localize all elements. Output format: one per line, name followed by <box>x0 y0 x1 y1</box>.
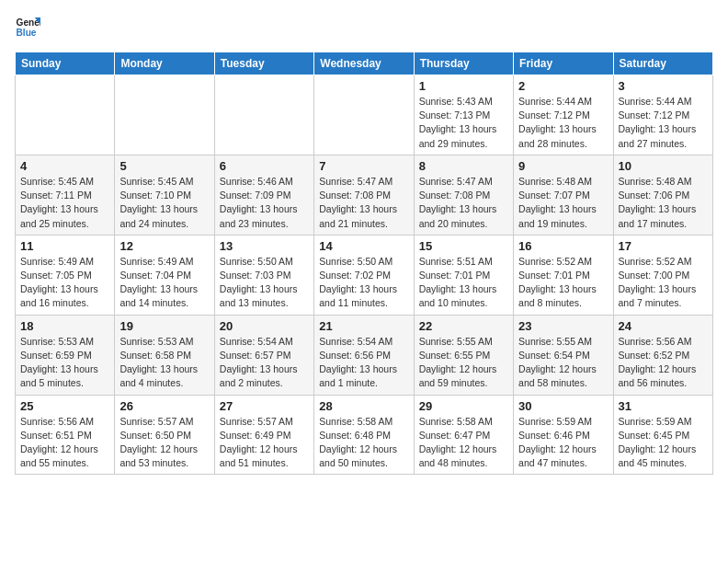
calendar-cell: 16Sunrise: 5:52 AM Sunset: 7:01 PM Dayli… <box>514 235 613 315</box>
calendar-cell: 27Sunrise: 5:57 AM Sunset: 6:49 PM Dayli… <box>214 395 313 475</box>
day-number: 10 <box>619 159 708 173</box>
day-number: 3 <box>619 79 708 93</box>
week-row-4: 18Sunrise: 5:53 AM Sunset: 6:59 PM Dayli… <box>16 315 713 395</box>
logo: General Blue <box>15 15 44 40</box>
day-info: Sunrise: 5:52 AM Sunset: 7:01 PM Dayligh… <box>518 255 608 311</box>
weekday-header-friday: Friday <box>514 52 613 75</box>
calendar-cell: 24Sunrise: 5:56 AM Sunset: 6:52 PM Dayli… <box>613 315 712 395</box>
day-info: Sunrise: 5:53 AM Sunset: 6:58 PM Dayligh… <box>119 335 209 391</box>
day-info: Sunrise: 5:57 AM Sunset: 6:50 PM Dayligh… <box>119 415 209 471</box>
day-number: 11 <box>20 239 109 253</box>
calendar-cell: 7Sunrise: 5:47 AM Sunset: 7:08 PM Daylig… <box>314 155 414 235</box>
day-number: 16 <box>518 239 608 253</box>
weekday-header-sunday: Sunday <box>16 52 115 75</box>
day-number: 6 <box>220 159 309 173</box>
calendar-cell: 15Sunrise: 5:51 AM Sunset: 7:01 PM Dayli… <box>414 235 513 315</box>
day-number: 2 <box>518 79 608 93</box>
day-info: Sunrise: 5:58 AM Sunset: 6:48 PM Dayligh… <box>319 415 408 471</box>
weekday-header-saturday: Saturday <box>613 52 712 75</box>
calendar-cell: 17Sunrise: 5:52 AM Sunset: 7:00 PM Dayli… <box>613 235 712 315</box>
day-number: 19 <box>119 319 209 333</box>
weekday-header-monday: Monday <box>115 52 214 75</box>
calendar-cell: 4Sunrise: 5:45 AM Sunset: 7:11 PM Daylig… <box>16 155 115 235</box>
day-info: Sunrise: 5:47 AM Sunset: 7:08 PM Dayligh… <box>319 175 408 231</box>
svg-text:Blue: Blue <box>17 28 37 38</box>
day-info: Sunrise: 5:59 AM Sunset: 6:46 PM Dayligh… <box>518 415 608 471</box>
calendar-cell: 20Sunrise: 5:54 AM Sunset: 6:57 PM Dayli… <box>214 315 313 395</box>
day-info: Sunrise: 5:55 AM Sunset: 6:55 PM Dayligh… <box>419 335 508 391</box>
calendar-cell: 8Sunrise: 5:47 AM Sunset: 7:08 PM Daylig… <box>414 155 513 235</box>
calendar-cell <box>115 75 214 155</box>
day-info: Sunrise: 5:48 AM Sunset: 7:06 PM Dayligh… <box>619 175 708 231</box>
calendar-cell: 2Sunrise: 5:44 AM Sunset: 7:12 PM Daylig… <box>514 75 613 155</box>
calendar-table: SundayMondayTuesdayWednesdayThursdayFrid… <box>15 52 713 475</box>
day-number: 9 <box>518 159 608 173</box>
calendar-cell: 30Sunrise: 5:59 AM Sunset: 6:46 PM Dayli… <box>514 395 613 475</box>
day-number: 21 <box>319 319 408 333</box>
day-info: Sunrise: 5:44 AM Sunset: 7:12 PM Dayligh… <box>619 95 708 151</box>
day-info: Sunrise: 5:56 AM Sunset: 6:52 PM Dayligh… <box>619 335 708 391</box>
day-number: 30 <box>518 399 608 413</box>
calendar-cell: 21Sunrise: 5:54 AM Sunset: 6:56 PM Dayli… <box>314 315 414 395</box>
day-number: 26 <box>119 399 209 413</box>
day-info: Sunrise: 5:48 AM Sunset: 7:07 PM Dayligh… <box>518 175 608 231</box>
day-info: Sunrise: 5:53 AM Sunset: 6:59 PM Dayligh… <box>20 335 109 391</box>
calendar-cell: 19Sunrise: 5:53 AM Sunset: 6:58 PM Dayli… <box>115 315 214 395</box>
calendar-cell: 23Sunrise: 5:55 AM Sunset: 6:54 PM Dayli… <box>514 315 613 395</box>
day-number: 17 <box>619 239 708 253</box>
weekday-header-tuesday: Tuesday <box>214 52 313 75</box>
calendar-cell: 1Sunrise: 5:43 AM Sunset: 7:13 PM Daylig… <box>414 75 513 155</box>
calendar-cell: 6Sunrise: 5:46 AM Sunset: 7:09 PM Daylig… <box>214 155 313 235</box>
day-number: 18 <box>20 319 109 333</box>
day-number: 22 <box>419 319 508 333</box>
day-number: 24 <box>619 319 708 333</box>
weekday-header-wednesday: Wednesday <box>314 52 414 75</box>
day-number: 29 <box>419 399 508 413</box>
calendar-cell: 5Sunrise: 5:45 AM Sunset: 7:10 PM Daylig… <box>115 155 214 235</box>
day-number: 27 <box>220 399 309 413</box>
week-row-2: 4Sunrise: 5:45 AM Sunset: 7:11 PM Daylig… <box>16 155 713 235</box>
calendar-cell: 22Sunrise: 5:55 AM Sunset: 6:55 PM Dayli… <box>414 315 513 395</box>
calendar-cell: 13Sunrise: 5:50 AM Sunset: 7:03 PM Dayli… <box>214 235 313 315</box>
day-number: 28 <box>319 399 408 413</box>
day-number: 1 <box>419 79 508 93</box>
calendar-cell: 31Sunrise: 5:59 AM Sunset: 6:45 PM Dayli… <box>613 395 712 475</box>
day-number: 31 <box>619 399 708 413</box>
day-info: Sunrise: 5:45 AM Sunset: 7:11 PM Dayligh… <box>20 175 109 231</box>
day-number: 5 <box>119 159 209 173</box>
day-info: Sunrise: 5:46 AM Sunset: 7:09 PM Dayligh… <box>220 175 309 231</box>
day-info: Sunrise: 5:55 AM Sunset: 6:54 PM Dayligh… <box>518 335 608 391</box>
day-info: Sunrise: 5:51 AM Sunset: 7:01 PM Dayligh… <box>419 255 508 311</box>
calendar-cell: 10Sunrise: 5:48 AM Sunset: 7:06 PM Dayli… <box>613 155 712 235</box>
day-info: Sunrise: 5:49 AM Sunset: 7:04 PM Dayligh… <box>119 255 209 311</box>
week-row-5: 25Sunrise: 5:56 AM Sunset: 6:51 PM Dayli… <box>16 395 713 475</box>
day-info: Sunrise: 5:54 AM Sunset: 6:57 PM Dayligh… <box>220 335 309 391</box>
calendar-cell: 29Sunrise: 5:58 AM Sunset: 6:47 PM Dayli… <box>414 395 513 475</box>
day-info: Sunrise: 5:50 AM Sunset: 7:02 PM Dayligh… <box>319 255 408 311</box>
calendar-cell <box>214 75 313 155</box>
day-number: 15 <box>419 239 508 253</box>
calendar-cell <box>16 75 115 155</box>
day-number: 25 <box>20 399 109 413</box>
week-row-1: 1Sunrise: 5:43 AM Sunset: 7:13 PM Daylig… <box>16 75 713 155</box>
calendar-cell: 26Sunrise: 5:57 AM Sunset: 6:50 PM Dayli… <box>115 395 214 475</box>
day-info: Sunrise: 5:47 AM Sunset: 7:08 PM Dayligh… <box>419 175 508 231</box>
day-info: Sunrise: 5:43 AM Sunset: 7:13 PM Dayligh… <box>419 95 508 151</box>
calendar-cell: 11Sunrise: 5:49 AM Sunset: 7:05 PM Dayli… <box>16 235 115 315</box>
logo-icon: General Blue <box>15 15 40 40</box>
day-info: Sunrise: 5:59 AM Sunset: 6:45 PM Dayligh… <box>619 415 708 471</box>
calendar-cell: 3Sunrise: 5:44 AM Sunset: 7:12 PM Daylig… <box>613 75 712 155</box>
day-info: Sunrise: 5:56 AM Sunset: 6:51 PM Dayligh… <box>20 415 109 471</box>
day-info: Sunrise: 5:49 AM Sunset: 7:05 PM Dayligh… <box>20 255 109 311</box>
day-number: 20 <box>220 319 309 333</box>
page-header: General Blue <box>15 15 713 40</box>
weekday-header-row: SundayMondayTuesdayWednesdayThursdayFrid… <box>16 52 713 75</box>
day-number: 12 <box>119 239 209 253</box>
day-info: Sunrise: 5:58 AM Sunset: 6:47 PM Dayligh… <box>419 415 508 471</box>
calendar-cell <box>314 75 414 155</box>
day-number: 4 <box>20 159 109 173</box>
day-info: Sunrise: 5:57 AM Sunset: 6:49 PM Dayligh… <box>220 415 309 471</box>
day-info: Sunrise: 5:50 AM Sunset: 7:03 PM Dayligh… <box>220 255 309 311</box>
day-number: 7 <box>319 159 408 173</box>
day-number: 23 <box>518 319 608 333</box>
